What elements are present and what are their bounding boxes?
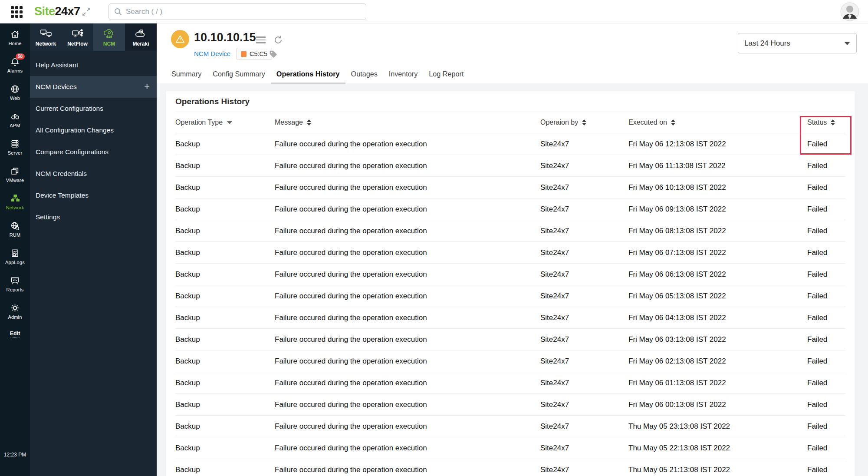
cell-operation-type: Backup <box>175 227 275 235</box>
cell-status: Failed <box>807 422 845 431</box>
cell-message: Failure occured during the operation exe… <box>275 466 540 474</box>
device-tag-chip[interactable]: C5:C5 <box>236 48 272 60</box>
network-monitors-icon <box>40 28 52 40</box>
rail-item-alarms[interactable]: 58 Alarms <box>0 57 30 73</box>
tab-summary[interactable]: Summary <box>166 66 207 84</box>
cell-executed-on: Fri May 06 00:13:08 IST 2022 <box>628 400 807 409</box>
sidebar-item-label: All Configuration Changes <box>36 126 114 134</box>
sidebar-item-ncm-credentials[interactable]: NCM Credentials <box>30 163 157 185</box>
left-rail-nav: Home 58 Alarms Web APM Server VMware Net… <box>0 23 30 476</box>
rail-item-admin[interactable]: Admin <box>0 303 30 320</box>
rail-item-applogs[interactable]: AppLogs <box>0 248 30 265</box>
rail-item-server[interactable]: Server <box>0 139 30 155</box>
time-range-dropdown[interactable]: Last 24 Hours <box>738 33 857 53</box>
add-device-icon[interactable]: + <box>144 82 150 92</box>
module-tab-label: Meraki <box>132 41 149 47</box>
sidebar-item-label: NCM Credentials <box>36 170 87 178</box>
column-header-operation-type[interactable]: Operation Type <box>175 119 275 126</box>
module-tab-ncm[interactable]: NCM <box>93 23 125 51</box>
column-header-executed-on[interactable]: Executed on <box>628 119 807 126</box>
app-grid-icon[interactable] <box>11 6 23 18</box>
table-row: Backup Failure occured during the operat… <box>175 177 845 198</box>
cell-status: Failed <box>807 314 845 322</box>
cell-message: Failure occured during the operation exe… <box>275 444 540 453</box>
cell-executed-on: Thu May 05 21:13:08 IST 2022 <box>628 466 807 474</box>
sidebar-item-label: Device Templates <box>36 192 89 199</box>
module-tab-netflow[interactable]: NetFlow <box>62 23 93 51</box>
cell-operation-by: Site24x7 <box>540 357 628 366</box>
table-row: Backup Failure occured during the operat… <box>175 133 845 155</box>
sidebar-item-settings[interactable]: Settings <box>30 206 157 228</box>
column-header-operation-by[interactable]: Operaion by <box>540 119 628 126</box>
netflow-icon <box>72 28 84 40</box>
tab-outages[interactable]: Outages <box>345 66 383 84</box>
device-menu-icon[interactable] <box>256 36 266 45</box>
tab-inventory[interactable]: Inventory <box>383 66 424 84</box>
tab-config-summary[interactable]: Config Summary <box>207 66 271 84</box>
sidebar-item-label: Help Assistant <box>36 61 78 69</box>
reports-icon <box>10 276 20 285</box>
svg-text:M: M <box>140 30 142 33</box>
cell-operation-type: Backup <box>175 314 275 322</box>
cell-message: Failure occured during the operation exe… <box>275 183 540 192</box>
device-title: 10.10.10.15 <box>194 31 256 44</box>
rail-item-web[interactable]: Web <box>0 84 30 101</box>
rail-edit-link[interactable]: Edit <box>10 331 20 338</box>
cell-operation-type: Backup <box>175 205 275 214</box>
rail-item-label: Alarms <box>7 68 23 73</box>
device-type-link[interactable]: NCM Device <box>194 50 230 57</box>
refresh-icon[interactable] <box>273 35 283 45</box>
ncm-cloud-gear-icon <box>103 28 116 40</box>
column-header-status[interactable]: Status <box>807 119 845 126</box>
sidebar-item-label: Compare Configurations <box>36 148 108 156</box>
cell-operation-by: Site24x7 <box>540 248 628 257</box>
cell-operation-by: Site24x7 <box>540 335 628 344</box>
cell-message: Failure occured during the operation exe… <box>275 357 540 366</box>
cell-operation-type: Backup <box>175 422 275 431</box>
cell-status: Failed <box>807 140 845 149</box>
rail-item-home[interactable]: Home <box>0 30 30 46</box>
rail-item-apm[interactable]: APM <box>0 112 30 128</box>
rail-item-rum[interactable]: RUM <box>0 221 30 238</box>
module-tab-meraki[interactable]: M Meraki <box>125 23 157 51</box>
sidebar-item-compare-configurations[interactable]: Compare Configurations <box>30 141 157 163</box>
gear-icon <box>10 303 20 313</box>
rail-item-network[interactable]: Network <box>0 194 30 210</box>
rail-item-reports[interactable]: Reports <box>0 276 30 292</box>
table-header-row: Operation Type Message Operaion by Execu… <box>175 112 845 133</box>
column-label: Operation Type <box>175 119 223 126</box>
rail-item-vmware[interactable]: VMware <box>0 166 30 183</box>
operations-table-body: Backup Failure occured during the operat… <box>175 133 845 476</box>
column-header-message[interactable]: Message <box>275 119 540 126</box>
logo-text-secondary: 24x7 <box>55 5 80 18</box>
chevron-down-icon <box>844 42 850 45</box>
rail-item-label: Network <box>6 205 24 210</box>
cell-operation-by: Site24x7 <box>540 422 628 431</box>
cell-executed-on: Thu May 05 22:13:08 IST 2022 <box>628 444 807 453</box>
sidebar-item-help-assistant[interactable]: Help Assistant <box>30 54 157 76</box>
network-icon <box>10 194 20 203</box>
cell-operation-by: Site24x7 <box>540 314 628 322</box>
tab-operations-history[interactable]: Operations History <box>271 66 345 84</box>
tag-icon[interactable] <box>269 50 278 59</box>
user-avatar[interactable] <box>840 2 859 21</box>
ncm-sidebar: Network NetFlow NCM M Meraki Help Assist… <box>30 23 157 476</box>
rail-item-label: Web <box>10 96 20 101</box>
sidebar-item-all-configuration-changes[interactable]: All Configuration Changes <box>30 119 157 141</box>
site24x7-logo[interactable]: Site24x7 <box>34 5 80 18</box>
module-tab-network[interactable]: Network <box>30 23 62 51</box>
module-tab-label: NetFlow <box>67 41 88 47</box>
home-icon <box>10 30 20 39</box>
expand-icon[interactable] <box>82 7 91 16</box>
sidebar-item-device-templates[interactable]: Device Templates <box>30 185 157 206</box>
table-row: Backup Failure occured during the operat… <box>175 198 845 220</box>
cell-operation-by: Site24x7 <box>540 205 628 214</box>
search-box <box>108 3 366 20</box>
sidebar-item-current-configurations[interactable]: Current Configurations <box>30 98 157 119</box>
sidebar-item-ncm-devices[interactable]: NCM Devices + <box>30 76 157 98</box>
search-input[interactable] <box>126 7 361 16</box>
tab-log-report[interactable]: Log Report <box>423 66 469 84</box>
table-row: Backup Failure occured during the operat… <box>175 242 845 264</box>
cell-operation-type: Backup <box>175 162 275 170</box>
cell-operation-by: Site24x7 <box>540 444 628 453</box>
